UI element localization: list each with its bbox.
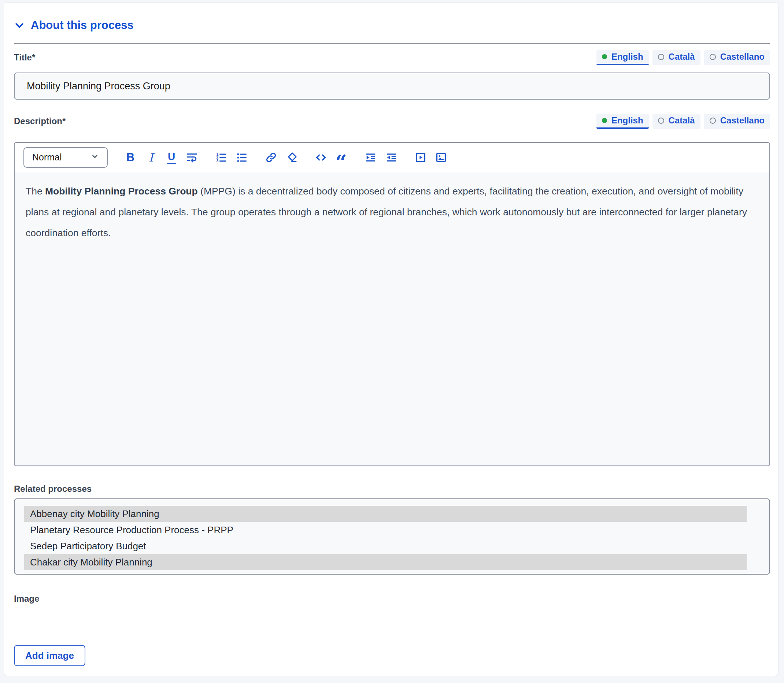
related-processes-multiselect[interactable]: Abbenay city Mobility Planning Planetary… [14, 499, 770, 575]
description-language-tabs: English Català Castellano [596, 114, 770, 129]
clear-formatting-icon[interactable] [285, 149, 298, 165]
filled-language-dot-icon [602, 54, 607, 59]
indent-increase-icon[interactable] [364, 149, 378, 165]
description-editor-content[interactable]: The Mobility Planning Process Group (MPP… [14, 172, 770, 465]
language-tab-english[interactable]: English [596, 114, 649, 129]
chevron-down-icon [91, 152, 99, 163]
description-label: Description* [14, 116, 66, 126]
editor-toolbar: Normal B I U [14, 143, 770, 172]
related-process-option[interactable]: Planetary Resource Production Process - … [24, 522, 747, 538]
section-title: About this process [31, 19, 134, 32]
video-icon[interactable] [414, 149, 427, 165]
empty-language-circle-icon [658, 117, 664, 124]
empty-language-circle-icon [710, 54, 716, 60]
empty-language-circle-icon [710, 117, 716, 124]
language-tab-catala[interactable]: Català [652, 50, 700, 65]
section-toggle-about-this-process[interactable]: About this process [14, 19, 134, 32]
description-field-row: Description* English Català Castellano [14, 114, 770, 129]
chevron-down-icon [14, 20, 25, 31]
toolbar-group-indent [364, 149, 398, 165]
line-break-icon[interactable] [185, 149, 199, 165]
description-rich-text-editor: Normal B I U [14, 142, 770, 466]
svg-text:3: 3 [217, 159, 219, 163]
title-field-row: Title* English Català Castellano [14, 50, 770, 65]
toolbar-group-media [414, 149, 448, 165]
image-icon[interactable] [434, 149, 448, 165]
filled-language-dot-icon [602, 118, 607, 123]
bullet-list-icon[interactable] [235, 149, 248, 165]
blockquote-icon[interactable]: “ [335, 149, 348, 165]
title-input[interactable] [14, 72, 770, 99]
section-divider [14, 43, 770, 44]
bold-icon[interactable]: B [124, 149, 137, 165]
related-processes-label: Related processes [14, 484, 770, 494]
toolbar-group-blocks: “ [314, 149, 348, 165]
language-tab-english[interactable]: English [596, 50, 649, 65]
underline-icon[interactable]: U [165, 149, 178, 165]
language-tab-castellano[interactable]: Castellano [704, 114, 770, 129]
related-process-option[interactable]: Sedep Participatory Budget [24, 538, 747, 554]
indent-decrease-icon[interactable] [385, 149, 398, 165]
title-label: Title* [14, 52, 35, 63]
image-label: Image [14, 594, 770, 604]
related-process-option[interactable]: Chakar city Mobility Planning [24, 554, 747, 570]
toolbar-group-lists: 1 2 3 [215, 149, 248, 165]
add-image-button[interactable]: Add image [14, 645, 85, 666]
toolbar-group-link [265, 149, 298, 165]
related-process-option[interactable]: Abbenay city Mobility Planning [24, 506, 747, 522]
language-tab-catala[interactable]: Català [652, 114, 700, 129]
language-tab-castellano[interactable]: Castellano [704, 50, 770, 65]
ordered-list-icon[interactable]: 1 2 3 [215, 149, 228, 165]
italic-icon[interactable]: I [145, 149, 157, 165]
link-icon[interactable] [265, 149, 278, 165]
title-language-tabs: English Català Castellano [596, 50, 770, 65]
code-icon[interactable] [314, 149, 328, 165]
about-process-card: About this process Title* English Català… [4, 2, 779, 676]
toolbar-group-text-style: B I U [124, 149, 199, 165]
empty-language-circle-icon [658, 54, 664, 60]
paragraph-style-dropdown[interactable]: Normal [23, 147, 108, 168]
